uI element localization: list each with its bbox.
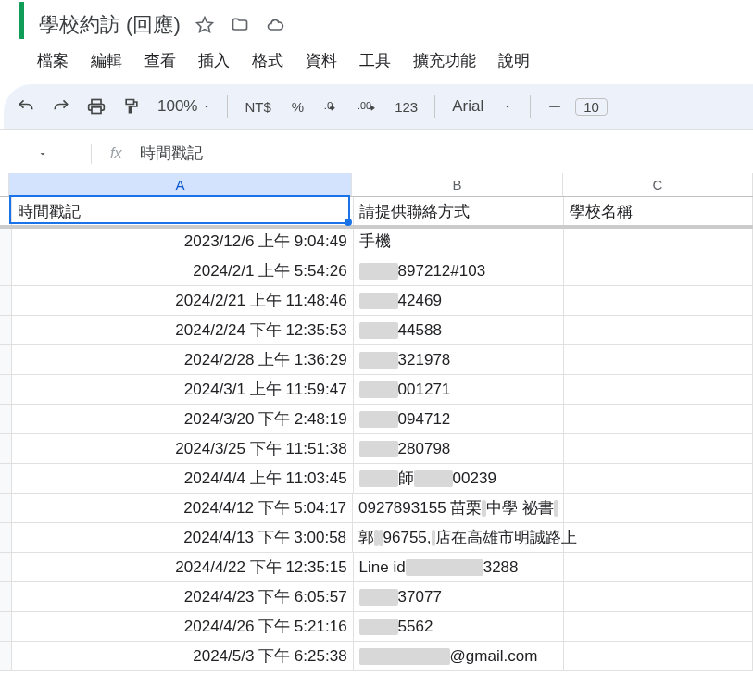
select-all-corner[interactable]: [0, 173, 9, 196]
cell-timestamp[interactable]: 2024/3/1 上午 11:59:47: [12, 375, 354, 405]
redo-icon[interactable]: [46, 92, 76, 121]
cell-school[interactable]: [564, 286, 753, 316]
cell-school[interactable]: [564, 464, 753, 494]
cell-timestamp[interactable]: 2024/5/3 下午 6:25:38: [12, 642, 354, 671]
cell-school[interactable]: [564, 256, 753, 286]
cell-contact[interactable]: 0927893155 苗栗 中學 祕書: [353, 494, 564, 523]
column-header-c[interactable]: C: [563, 173, 753, 196]
row-number[interactable]: [0, 197, 12, 227]
cell-contact[interactable]: 897212#103: [354, 256, 564, 286]
toolbar: 100% NT$ % .0 .00 123 Arial 10: [4, 84, 753, 129]
name-box[interactable]: [37, 148, 78, 159]
row-number[interactable]: [0, 582, 12, 612]
cell-contact[interactable]: 321978: [354, 345, 564, 375]
font-select[interactable]: Arial: [445, 97, 521, 116]
percent-button[interactable]: %: [284, 99, 311, 115]
cell-school[interactable]: [564, 375, 753, 405]
row-number[interactable]: [0, 345, 12, 375]
star-icon[interactable]: [195, 16, 214, 34]
cloud-icon[interactable]: [266, 16, 284, 34]
print-icon[interactable]: [82, 92, 111, 121]
formula-bar[interactable]: 時間戳記: [140, 143, 203, 164]
row-number[interactable]: [0, 553, 12, 582]
cell-contact[interactable]: @gmail.com: [354, 642, 564, 671]
row-number[interactable]: [0, 523, 12, 553]
cell-contact[interactable]: 42469: [354, 286, 564, 316]
cell-timestamp[interactable]: 2024/4/23 下午 6:05:57: [12, 582, 354, 612]
number-format-button[interactable]: 123: [387, 99, 425, 115]
cell-school[interactable]: [564, 434, 753, 464]
cell-school[interactable]: [564, 523, 753, 553]
row-number[interactable]: [0, 316, 12, 345]
menu-file[interactable]: 檔案: [28, 46, 78, 75]
cell-contact[interactable]: Line id 3288: [354, 553, 564, 582]
cell-contact[interactable]: 郭 96755, 店在高雄市明誠路上: [353, 523, 564, 553]
cell-school[interactable]: [564, 582, 753, 612]
cell-school[interactable]: [564, 316, 753, 345]
increase-decimal-icon[interactable]: .00: [352, 92, 382, 121]
row-number[interactable]: [0, 227, 12, 256]
cell-contact[interactable]: 280798: [354, 434, 564, 464]
cell-timestamp[interactable]: 2023/12/6 上午 9:04:49: [12, 227, 354, 256]
cell-school[interactable]: [564, 227, 753, 256]
menu-edit[interactable]: 編輯: [82, 46, 132, 75]
cell-timestamp[interactable]: 2024/4/26 下午 5:21:16: [12, 612, 354, 642]
cell-timestamp[interactable]: 2024/2/28 上午 1:36:29: [12, 345, 354, 375]
cell-contact[interactable]: 師 00239: [354, 464, 564, 494]
menu-extensions[interactable]: 擴充功能: [404, 46, 485, 75]
cell-contact[interactable]: 094712: [354, 405, 564, 434]
cell-school[interactable]: [564, 612, 753, 642]
menu-help[interactable]: 說明: [489, 46, 539, 75]
row-number[interactable]: [0, 286, 12, 316]
cell-timestamp[interactable]: 2024/2/21 上午 11:48:46: [12, 286, 354, 316]
freeze-line[interactable]: [0, 225, 753, 229]
column-header-b[interactable]: B: [352, 173, 563, 196]
cell-school[interactable]: [564, 494, 753, 523]
cell-timestamp[interactable]: 2024/4/13 下午 3:00:58: [12, 523, 353, 553]
cell-timestamp[interactable]: 2024/4/22 下午 12:35:15: [12, 553, 354, 582]
row-number[interactable]: [0, 612, 12, 642]
row-number[interactable]: [0, 405, 12, 434]
cell-timestamp[interactable]: 2024/4/12 下午 5:04:17: [12, 494, 353, 523]
cell-c1[interactable]: 學校名稱: [564, 197, 753, 227]
cell-contact[interactable]: 5562: [354, 612, 564, 642]
fontsize-input[interactable]: 10: [575, 98, 608, 116]
cell-contact[interactable]: 37077: [354, 582, 564, 612]
cell-timestamp[interactable]: 2024/3/20 下午 2:48:19: [12, 405, 354, 434]
cell-contact[interactable]: 手機: [354, 227, 564, 256]
menu-view[interactable]: 查看: [135, 46, 185, 75]
decrease-decimal-icon[interactable]: .0: [317, 92, 346, 121]
cell-school[interactable]: [564, 553, 753, 582]
cell-timestamp[interactable]: 2024/3/25 下午 11:51:38: [12, 434, 354, 464]
row-number[interactable]: [0, 494, 12, 523]
row-number[interactable]: [0, 464, 12, 494]
menu-format[interactable]: 格式: [243, 46, 293, 75]
cell-timestamp[interactable]: 2024/2/1 上午 5:54:26: [12, 256, 354, 286]
cell-contact[interactable]: 001271: [354, 375, 564, 405]
cell-timestamp[interactable]: 2024/4/4 上午 11:03:45: [12, 464, 354, 494]
row-number[interactable]: [0, 434, 12, 464]
folder-icon[interactable]: [231, 16, 249, 34]
cell-contact[interactable]: 44588: [354, 316, 564, 345]
document-title[interactable]: 學校約訪 (回應): [39, 11, 181, 39]
cell-school[interactable]: [564, 345, 753, 375]
sheets-logo[interactable]: [19, 2, 24, 39]
paint-format-icon[interactable]: [117, 92, 146, 121]
zoom-select[interactable]: 100%: [152, 97, 218, 116]
column-header-a[interactable]: A: [9, 173, 352, 196]
row-number[interactable]: [0, 642, 12, 671]
menu-tools[interactable]: 工具: [350, 46, 400, 75]
decrease-fontsize-icon[interactable]: [540, 92, 570, 121]
menu-insert[interactable]: 插入: [189, 46, 239, 75]
cell-school[interactable]: [564, 405, 753, 434]
cell-a1[interactable]: 時間戳記: [12, 197, 354, 227]
menu-data[interactable]: 資料: [296, 46, 346, 75]
undo-icon[interactable]: [11, 92, 41, 121]
row-number[interactable]: [0, 375, 12, 405]
row-number[interactable]: [0, 256, 12, 286]
currency-button[interactable]: NT$: [237, 99, 278, 115]
spreadsheet-grid[interactable]: A B C 時間戳記 請提供聯絡方式 學校名稱 2023/12/6 上午 9:0…: [0, 173, 753, 671]
cell-timestamp[interactable]: 2024/2/24 下午 12:35:53: [12, 316, 354, 345]
cell-school[interactable]: [564, 642, 753, 671]
cell-b1[interactable]: 請提供聯絡方式: [354, 197, 564, 227]
